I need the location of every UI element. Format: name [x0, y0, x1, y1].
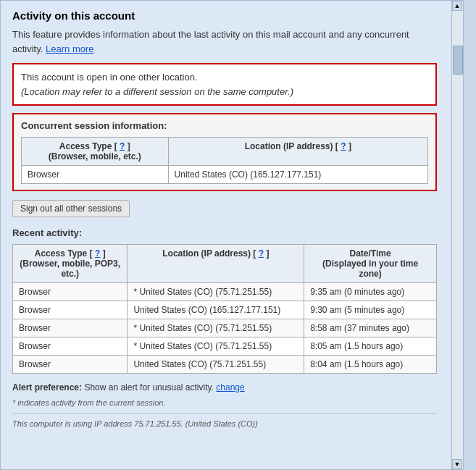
recent-col3-subheader: (Displayed in your time zone) — [322, 259, 418, 279]
recent-row-1-location: United States (CO) (165.127.177.151) — [128, 301, 304, 319]
recent-row-2-datetime: 8:58 am (37 minutes ago) — [304, 319, 437, 337]
alert-line1: This account is open in one other locati… — [21, 70, 428, 85]
session-row-0-location: United States (CO) (165.127.177.151) — [168, 166, 427, 184]
recent-row-3-datetime: 8:05 am (1.5 hours ago) — [304, 337, 437, 356]
recent-col3-header-text: Date/Time — [350, 248, 391, 259]
recent-row-2-location: * United States (CO) (75.71.251.55) — [128, 319, 304, 337]
account-alert-box: This account is open in one other locati… — [12, 63, 437, 106]
concurrent-title: Concurrent session information: — [21, 120, 428, 131]
recent-row-0-access: Browser — [13, 283, 128, 301]
intro-section: This feature provides information about … — [12, 28, 437, 56]
alert-line2: (Location may refer to a different sessi… — [21, 85, 428, 99]
scroll-up-arrow[interactable]: ▲ — [452, 1, 462, 11]
scroll-thumb[interactable] — [453, 46, 463, 75]
recent-col3-header: Date/Time (Displayed in your time zone) — [304, 245, 437, 283]
scrollbar[interactable]: ▲ ▼ — [451, 1, 463, 469]
recent-row-4-location: United States (CO) (75.71.251.55) — [128, 356, 304, 374]
recent-col1-help-link[interactable]: ? — [95, 248, 100, 259]
sign-out-button[interactable]: Sign out all other sessions — [12, 200, 130, 217]
recent-row-1: Browser United States (CO) (165.127.177.… — [13, 301, 437, 319]
recent-row-3-location: * United States (CO) (75.71.251.55) — [128, 337, 304, 356]
recent-row-1-datetime: 9:30 am (5 minutes ago) — [304, 301, 437, 319]
recent-row-2: Browser * United States (CO) (75.71.251.… — [13, 319, 437, 337]
recent-col1-subheader: (Browser, mobile, POP3, etc.) — [20, 259, 120, 279]
recent-table: Access Type [ ? ] (Browser, mobile, POP3… — [12, 244, 437, 374]
recent-activity-title: Recent activity: — [12, 227, 437, 238]
session-col2-header: Location (IP address) [ ? ] — [168, 138, 427, 166]
session-table: Access Type [ ? ] (Browser, mobile, etc.… — [21, 137, 428, 184]
footnote: * indicates activity from the current se… — [12, 398, 437, 407]
alert-preference: Alert preference: Show an alert for unus… — [12, 382, 437, 393]
recent-row-2-access: Browser — [13, 319, 128, 337]
recent-row-4-access: Browser — [13, 356, 128, 374]
session-col1-header: Access Type [ ? ] (Browser, mobile, etc.… — [22, 138, 169, 166]
ip-note: This computer is using IP address 75.71.… — [12, 413, 437, 428]
recent-row-3-access: Browser — [13, 337, 128, 356]
session-col1-subheader: (Browser, mobile, etc.) — [49, 151, 141, 161]
concurrent-section: Concurrent session information: Access T… — [12, 113, 437, 191]
alert-pref-change-link[interactable]: change — [216, 382, 244, 393]
alert-pref-label: Alert preference: — [12, 382, 82, 393]
recent-row-0: Browser * United States (CO) (75.71.251.… — [13, 283, 437, 301]
recent-col1-header: Access Type [ ? ] (Browser, mobile, POP3… — [13, 245, 128, 283]
scroll-down-arrow[interactable]: ▼ — [452, 459, 462, 469]
session-col2-help-link[interactable]: ? — [341, 141, 346, 151]
session-row-0: Browser United States (CO) (165.127.177.… — [22, 166, 428, 184]
recent-col2-help-link[interactable]: ? — [259, 248, 264, 259]
recent-row-0-datetime: 9:35 am (0 minutes ago) — [304, 283, 437, 301]
main-container: ▲ ▼ Activity on this account This featur… — [0, 0, 464, 470]
learn-more-link[interactable]: Learn more — [46, 43, 93, 54]
recent-row-4-datetime: 8:04 am (1.5 hours ago) — [304, 356, 437, 374]
recent-row-1-access: Browser — [13, 301, 128, 319]
alert-pref-text: Show an alert for unusual activity. — [84, 382, 214, 393]
recent-col2-header: Location (IP address) [ ? ] — [128, 245, 304, 283]
page-title: Activity on this account — [12, 9, 437, 22]
session-row-0-access: Browser — [22, 166, 169, 184]
recent-row-3: Browser * United States (CO) (75.71.251.… — [13, 337, 437, 356]
session-col1-header-text: Access Type [ — [59, 141, 117, 151]
session-col1-help-link[interactable]: ? — [120, 141, 125, 151]
recent-row-0-location: * United States (CO) (75.71.251.55) — [128, 283, 304, 301]
recent-row-4: Browser United States (CO) (75.71.251.55… — [13, 356, 437, 374]
page-content: Activity on this account This feature pr… — [1, 1, 451, 440]
